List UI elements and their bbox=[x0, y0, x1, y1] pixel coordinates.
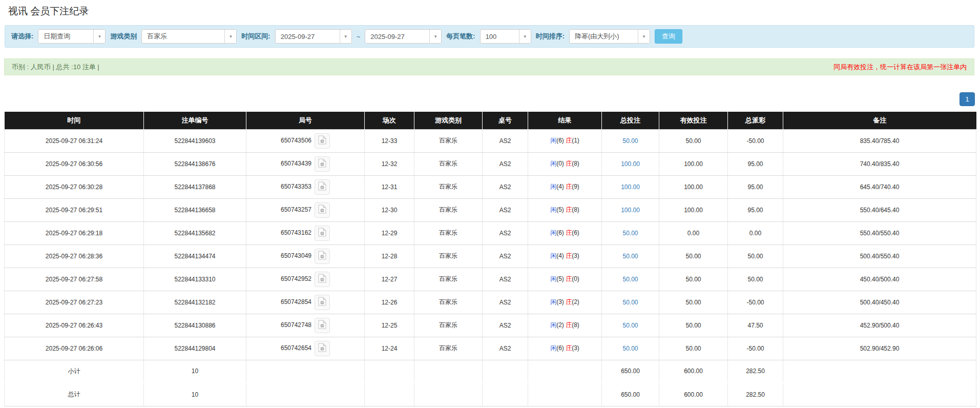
cell-valid-bet: 50.00 bbox=[659, 244, 728, 268]
video-replay-button[interactable] bbox=[315, 318, 330, 333]
cell-round-no: 650742748 bbox=[246, 314, 365, 337]
cell-note: 550.40/550.40 bbox=[783, 221, 976, 244]
table-row: 2025-09-27 06:29:51 522844136658 6507432… bbox=[5, 198, 976, 221]
time-sort-select[interactable]: 降幂(由大到小) ▼ bbox=[569, 29, 650, 44]
result-banker-label: 庄 bbox=[566, 206, 572, 213]
result-banker-score: (8) bbox=[572, 321, 579, 329]
cell-session: 12-30 bbox=[365, 198, 414, 221]
cell-payout: 50.00 bbox=[728, 268, 783, 291]
cell-valid-bet: 50.00 bbox=[659, 129, 728, 152]
cell-round-no: 650743506 bbox=[246, 129, 365, 152]
cell-session: 12-33 bbox=[365, 129, 414, 152]
cell-result: 闲(6) 庄(1) bbox=[528, 129, 602, 152]
cell-time: 2025-09-27 06:30:56 bbox=[5, 152, 144, 175]
cell-total-bet: 50.00 bbox=[602, 129, 659, 152]
game-type-select[interactable]: 百家乐 ▼ bbox=[141, 29, 237, 44]
time-sort-value: 降幂(由大到小) bbox=[570, 30, 638, 43]
subtotal-valid-bet: 600.00 bbox=[659, 360, 728, 383]
summary-bar: 币别 : 人民币 | 总共 :10 注单 | 同局有效投注，统一计算在该局第一张… bbox=[4, 58, 974, 75]
cell-payout: 47.50 bbox=[728, 314, 783, 337]
page-size-select[interactable]: 100 ▼ bbox=[480, 29, 531, 44]
page-size-value: 100 bbox=[481, 30, 519, 43]
video-file-icon bbox=[318, 158, 326, 169]
chevron-down-icon: ▼ bbox=[519, 30, 531, 43]
result-banker-label: 庄 bbox=[566, 183, 572, 190]
video-replay-button[interactable] bbox=[315, 156, 330, 172]
query-type-select[interactable]: 日期查询 ▼ bbox=[38, 29, 106, 44]
total-bet-link[interactable]: 50.00 bbox=[622, 299, 638, 306]
cell-session: 12-25 bbox=[365, 314, 414, 337]
total-bet-link[interactable]: 50.00 bbox=[622, 253, 638, 260]
video-file-icon bbox=[318, 181, 326, 192]
cell-round-no: 650743439 bbox=[246, 152, 365, 175]
result-player-label: 闲 bbox=[550, 275, 556, 282]
cell-game-type: 百家乐 bbox=[414, 175, 483, 198]
filter-panel: 请选择: 日期查询 ▼ 游戏类别 百家乐 ▼ 时间区间: 2025-09-27 … bbox=[5, 25, 974, 48]
date-to-value: 2025-09-27 bbox=[365, 30, 429, 43]
search-button[interactable]: 查询 bbox=[655, 29, 682, 44]
header-bet-no: 注单编号 bbox=[144, 112, 246, 129]
total-bet-link[interactable]: 50.00 bbox=[622, 345, 638, 352]
result-banker-label: 庄 bbox=[566, 229, 572, 236]
total-bet-link[interactable]: 50.00 bbox=[622, 276, 638, 283]
result-player-score: (5) bbox=[556, 275, 564, 282]
round-no-text: 650743162 bbox=[281, 229, 311, 236]
total-bet-link[interactable]: 100.00 bbox=[621, 183, 640, 191]
page-1-button[interactable]: 1 bbox=[960, 92, 975, 106]
cell-game-type: 百家乐 bbox=[414, 337, 483, 360]
cell-game-type: 百家乐 bbox=[414, 152, 483, 175]
result-banker-score: (6) bbox=[572, 229, 579, 236]
cell-total-bet: 50.00 bbox=[602, 337, 659, 360]
result-banker-label: 庄 bbox=[566, 275, 572, 282]
date-range-tilde: ~ bbox=[357, 33, 361, 40]
cell-note: 645.40/740.40 bbox=[783, 175, 976, 198]
total-valid-bet: 600.00 bbox=[659, 383, 728, 406]
result-player-label: 闲 bbox=[550, 298, 556, 305]
result-player-label: 闲 bbox=[550, 252, 556, 259]
cell-table-no: AS2 bbox=[483, 337, 528, 360]
cell-session: 12-26 bbox=[365, 291, 414, 314]
video-replay-button[interactable] bbox=[315, 295, 330, 310]
cell-payout: 95.00 bbox=[728, 198, 783, 221]
date-to-select[interactable]: 2025-09-27 ▼ bbox=[365, 29, 442, 44]
video-replay-button[interactable] bbox=[315, 272, 330, 287]
video-replay-button[interactable] bbox=[315, 133, 330, 149]
cell-total-bet: 50.00 bbox=[602, 314, 659, 337]
chevron-down-icon: ▼ bbox=[340, 30, 351, 43]
round-no-text: 650743506 bbox=[281, 137, 311, 144]
total-bet-link[interactable]: 50.00 bbox=[622, 230, 638, 237]
cell-time: 2025-09-27 06:30:28 bbox=[5, 175, 144, 198]
header-total-bet: 总投注 bbox=[602, 112, 659, 129]
cell-bet-no: 522844136658 bbox=[144, 198, 246, 221]
table-row: 2025-09-27 06:30:56 522844138676 6507434… bbox=[5, 152, 976, 175]
cell-payout: -50.00 bbox=[728, 129, 783, 152]
table-row: 2025-09-27 06:29:18 522844135682 6507431… bbox=[5, 221, 976, 244]
result-banker-label: 庄 bbox=[566, 344, 572, 352]
cell-result: 闲(4) 庄(3) bbox=[528, 244, 602, 268]
header-note: 备注 bbox=[783, 112, 976, 129]
chevron-down-icon: ▼ bbox=[429, 30, 441, 43]
cell-note: 500.40/450.40 bbox=[783, 291, 976, 314]
table-row: 2025-09-27 06:27:23 522844132182 6507428… bbox=[5, 291, 976, 314]
date-from-select[interactable]: 2025-09-27 ▼ bbox=[275, 29, 352, 44]
cell-session: 12-24 bbox=[365, 337, 414, 360]
video-replay-button[interactable] bbox=[315, 226, 330, 241]
total-bet-link[interactable]: 50.00 bbox=[622, 322, 638, 329]
cell-time: 2025-09-27 06:29:18 bbox=[5, 221, 144, 244]
date-range-label: 时间区间: bbox=[241, 32, 270, 41]
total-bet-link[interactable]: 50.00 bbox=[622, 137, 638, 145]
cell-bet-no: 522844129804 bbox=[144, 337, 246, 360]
total-bet-link[interactable]: 100.00 bbox=[621, 207, 640, 214]
video-file-icon bbox=[318, 228, 326, 238]
result-banker-score: (2) bbox=[572, 298, 579, 305]
cell-result: 闲(4) 庄(9) bbox=[528, 175, 602, 198]
total-bet-link[interactable]: 100.00 bbox=[621, 160, 640, 168]
video-replay-button[interactable] bbox=[315, 202, 330, 218]
video-replay-button[interactable] bbox=[315, 249, 330, 264]
subtotal-total-bet: 650.00 bbox=[602, 360, 659, 383]
video-replay-button[interactable] bbox=[315, 179, 330, 195]
cell-note: 835.40/785.40 bbox=[783, 129, 976, 152]
result-player-score: (0) bbox=[556, 160, 564, 167]
cell-valid-bet: 50.00 bbox=[659, 337, 728, 360]
video-replay-button[interactable] bbox=[315, 341, 330, 356]
